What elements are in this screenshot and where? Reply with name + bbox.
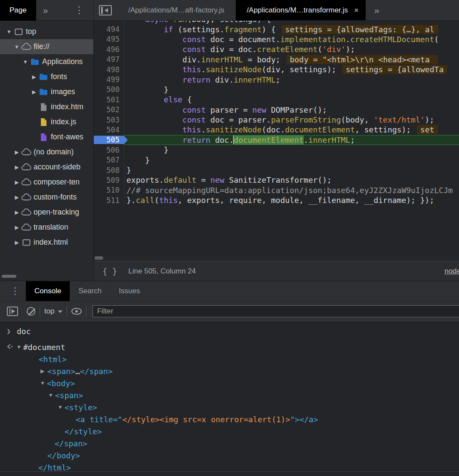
- token: default: [164, 175, 197, 184]
- tree-item-open-tracking[interactable]: ▶open-tracking: [0, 205, 93, 220]
- chevron-right-icon[interactable]: ▶: [13, 164, 21, 170]
- line-number[interactable]: 504: [94, 126, 124, 134]
- token: = body;: [243, 55, 280, 64]
- line-number[interactable]: 507: [94, 156, 124, 164]
- console-input-echo: doc: [17, 327, 31, 336]
- code-area[interactable]: async run(body, settings) {494 if (setti…: [94, 21, 459, 255]
- cloud-icon: [21, 224, 32, 231]
- chevron-down-icon[interactable]: ▼: [13, 44, 21, 50]
- line-number[interactable]: 509: [94, 176, 124, 184]
- token: parser =: [206, 105, 252, 114]
- chevron-right-icon[interactable]: ▶: [30, 89, 38, 95]
- chevron-right-icon[interactable]: ▶: [30, 74, 38, 80]
- toggle-navigator-sidebar-icon[interactable]: [99, 5, 112, 15]
- dom-tree-row[interactable]: ▶<span>…</span>: [0, 365, 459, 377]
- chevron-down-icon[interactable]: ▼: [40, 380, 47, 386]
- show-console-sidebar-icon[interactable]: [7, 307, 18, 316]
- drawer-menu-icon[interactable]: ⋮: [10, 286, 20, 297]
- line-number[interactable]: 494: [94, 25, 124, 34]
- tree-item-index-htm[interactable]: index.htm: [0, 99, 93, 114]
- dom-tree-row[interactable]: ▼<span>: [0, 389, 459, 401]
- editor-hscrollbar[interactable]: [94, 255, 459, 261]
- token: (body,: [341, 115, 374, 124]
- dom-tree-row[interactable]: ▼#document: [0, 341, 459, 353]
- clear-console-icon[interactable]: [27, 307, 35, 316]
- tree-item-fonts[interactable]: ▶fonts: [0, 69, 93, 84]
- tab-search[interactable]: Search: [70, 281, 110, 301]
- line-number[interactable]: 497: [94, 55, 124, 64]
- tree-item-composer-ten[interactable]: ▶composer-ten: [0, 175, 93, 190]
- chevron-down-icon[interactable]: ▼: [22, 59, 29, 65]
- tree-item-account-sideb[interactable]: ▶account-sideb: [0, 160, 93, 175]
- code-line: 497 div.innerHTML = body;body = "<html>\…: [94, 55, 459, 64]
- chevron-right-icon[interactable]: ▶: [40, 368, 47, 374]
- sources-panel: ▼top▼file://▼Applications▶fonts▶imagesin…: [0, 21, 459, 281]
- line-number[interactable]: 510: [94, 186, 124, 194]
- dom-tree-row[interactable]: <a title="</style><img src=x onerror=ale…: [0, 413, 459, 425]
- line-number[interactable]: 499: [94, 75, 124, 84]
- line-number[interactable]: 511: [94, 196, 124, 205]
- tree-item--no-domain-[interactable]: ▶(no domain): [0, 144, 93, 160]
- dom-tree-row[interactable]: </body>: [0, 449, 459, 461]
- tree-item-images[interactable]: ▶images: [0, 84, 93, 99]
- close-tab-icon[interactable]: ×: [354, 6, 359, 15]
- token: [126, 65, 182, 74]
- code-line: 500 }: [94, 85, 459, 95]
- line-number[interactable]: 498: [94, 65, 124, 74]
- context-selector[interactable]: top: [44, 307, 62, 316]
- line-number[interactable]: 496: [94, 45, 124, 54]
- dom-tree-row[interactable]: ▼<body>: [0, 377, 459, 389]
- token: innerHTML: [201, 55, 243, 64]
- console-drawer: ⋮ Console Search Issues top ❯ doc: [0, 281, 459, 476]
- tree-item-font-awes[interactable]: font-awes: [0, 129, 93, 144]
- prompt-chevron-icon: ❯: [3, 327, 14, 335]
- chevron-right-icon[interactable]: ▶: [13, 149, 21, 155]
- chevron-right-icon[interactable]: ▶: [13, 209, 21, 215]
- chevron-right-icon[interactable]: ▶: [13, 224, 21, 230]
- tree-item-index-js[interactable]: index.js: [0, 114, 93, 129]
- navigator-hscrollbar[interactable]: [2, 275, 16, 278]
- tree-item-file-[interactable]: ▼file://: [0, 39, 93, 54]
- tree-item-custom-fonts[interactable]: ▶custom-fonts: [0, 190, 93, 205]
- dom-tree-row[interactable]: </span>: [0, 437, 459, 449]
- chevron-down-icon[interactable]: ▼: [48, 392, 55, 398]
- tab-console[interactable]: Console: [26, 281, 70, 301]
- tab-sanitize-transformer-js[interactable]: /Applications/M…transformer.js ×: [236, 0, 366, 20]
- tree-item-top[interactable]: ▼top: [0, 24, 93, 39]
- line-number[interactable]: 501: [94, 95, 124, 104]
- chevron-down-icon[interactable]: ▼: [58, 404, 65, 410]
- dom-tree-row[interactable]: </style>: [0, 425, 459, 437]
- chevron-right-icon[interactable]: ▶: [13, 240, 21, 246]
- dom-tree-row[interactable]: ▼<style>: [0, 401, 459, 413]
- line-number[interactable]: 503: [94, 116, 124, 124]
- node-link[interactable]: node: [444, 267, 459, 276]
- tab-page[interactable]: Page: [0, 0, 36, 21]
- line-number[interactable]: 502: [94, 105, 124, 114]
- more-navigator-tabs-icon[interactable]: »: [43, 5, 48, 15]
- tree-item-applications[interactable]: ▼Applications: [0, 54, 93, 69]
- line-number[interactable]: 508: [94, 166, 124, 175]
- more-editor-tabs-icon[interactable]: »: [374, 5, 379, 15]
- tab-issues[interactable]: Issues: [110, 281, 148, 301]
- navigator-menu-icon[interactable]: ⋮: [74, 5, 84, 16]
- line-number[interactable]: 500: [94, 85, 124, 94]
- token: [126, 45, 182, 54]
- pretty-print-icon[interactable]: { }: [102, 267, 117, 276]
- dom-tree-row[interactable]: <html>: [0, 353, 459, 365]
- token: sanitizeNode: [206, 125, 262, 134]
- tree-item-translation[interactable]: ▶translation: [0, 220, 93, 235]
- console-filter-input[interactable]: [92, 305, 459, 317]
- chevron-down-icon[interactable]: ▼: [5, 29, 13, 35]
- tab-craft-factory-js[interactable]: /Applications/M…aft-factory.js: [117, 0, 236, 20]
- line-number[interactable]: 495: [94, 35, 124, 43]
- chevron-right-icon[interactable]: ▶: [13, 194, 21, 200]
- line-number[interactable]: 506: [94, 146, 124, 154]
- cloud-icon: [21, 43, 32, 50]
- token: [126, 95, 164, 104]
- chevron-down-icon[interactable]: ▼: [16, 344, 23, 350]
- code-line: async run(body, settings) {: [94, 21, 459, 24]
- chevron-right-icon[interactable]: ▶: [13, 179, 21, 185]
- live-expression-eye-icon[interactable]: [71, 308, 82, 315]
- tree-item-index-html[interactable]: ▶index.html: [0, 235, 93, 250]
- execution-line-number-badge[interactable]: 505: [94, 135, 128, 144]
